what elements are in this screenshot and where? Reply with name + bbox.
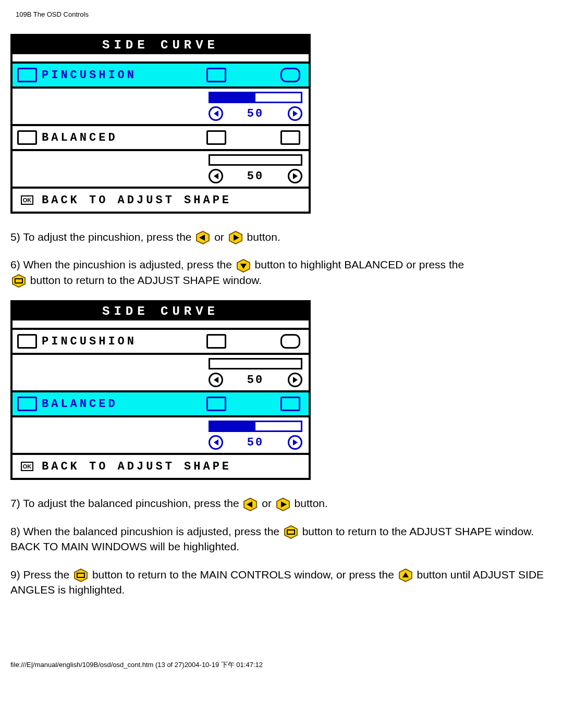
osd-item-balanced[interactable]: BALANCED (13, 392, 309, 417)
ok-button-icon (74, 569, 88, 582)
osd-item-pincushion[interactable]: PINCUSHION (13, 64, 309, 89)
step-5-text-c: button. (247, 231, 280, 243)
pincushion-slider[interactable] (209, 92, 302, 103)
osd-title: SIDE CURVE (13, 302, 309, 320)
balanced-slider[interactable] (209, 154, 302, 166)
page-header: 109B The OSD Controls (16, 10, 553, 18)
osd-item-label: PINCUSHION (42, 335, 206, 348)
svg-marker-12 (285, 526, 297, 538)
step-9-text-a: 9) Press the (10, 569, 72, 581)
step-9-text-b: button to return to the MAIN CONTROLS wi… (92, 569, 397, 581)
step-5: 5) To adjust the pincushion, press the o… (10, 229, 553, 244)
step-7: 7) To adjust the balanced pincushion, pr… (10, 496, 553, 511)
ok-button-icon (11, 274, 26, 288)
down-arrow-button-icon (236, 259, 251, 273)
osd-footer[interactable]: OK BACK TO ADJUST SHAPE (13, 455, 309, 478)
osd-footer[interactable]: OK BACK TO ADJUST SHAPE (13, 189, 309, 212)
step-6: 6) When the pincushion is adjusted, pres… (10, 257, 553, 288)
balanced-slider-area: 50 (13, 417, 309, 455)
pincushion-increase-button[interactable] (288, 106, 302, 121)
page-footer: file:///E|/manual/english/109B/osd/osd_c… (10, 660, 553, 670)
step-9: 9) Press the button to return to the MAI… (10, 567, 553, 598)
pincushion-shape-out-icon (280, 334, 300, 349)
step-6-text-c: button to return to the ADJUST SHAPE win… (30, 274, 262, 286)
osd-spacer (13, 54, 309, 64)
pincushion-shape-in-icon (206, 68, 226, 82)
step-6-text-a: 6) When the pincushion is adjusted, pres… (10, 258, 235, 270)
pincushion-slider-area: 50 (13, 89, 309, 126)
osd-side-curve-1: SIDE CURVE PINCUSHION 50 BALANCED (10, 34, 311, 214)
left-arrow-button-icon (243, 498, 258, 511)
balanced-increase-button[interactable] (288, 435, 302, 450)
left-arrow-button-icon (195, 231, 210, 244)
pincushion-slider-area: 50 (13, 355, 309, 392)
step-5-text-a: 5) To adjust the pincushion, press the (10, 231, 194, 243)
pincushion-icon (13, 334, 42, 349)
pincushion-shape-out-icon (280, 68, 300, 82)
osd-footer-label: BACK TO ADJUST SHAPE (42, 194, 309, 207)
pincushion-decrease-button[interactable] (209, 106, 223, 121)
pincushion-decrease-button[interactable] (209, 373, 223, 387)
osd-item-label: BALANCED (42, 131, 206, 144)
osd-footer-label: BACK TO ADJUST SHAPE (42, 460, 309, 473)
ok-icon: OK (21, 462, 34, 471)
step-7-text-a: 7) To adjust the balanced pincushion, pr… (10, 497, 242, 509)
osd-spacer (13, 320, 309, 330)
pincushion-value: 50 (247, 107, 264, 120)
balanced-shape-left-icon (206, 130, 226, 145)
balanced-shape-left-icon (206, 397, 226, 411)
osd-item-label: PINCUSHION (42, 69, 206, 82)
step-6-text-b: button to highlight BALANCED or press th… (255, 258, 464, 270)
right-arrow-button-icon (228, 231, 243, 244)
ok-icon: OK (21, 195, 34, 205)
balanced-decrease-button[interactable] (209, 435, 223, 450)
osd-title: SIDE CURVE (13, 36, 309, 54)
balanced-shape-right-icon (280, 130, 300, 145)
step-8: 8) When the balanced pincushion is adjus… (10, 524, 553, 554)
step-5-text-b: or (214, 231, 227, 243)
pincushion-slider[interactable] (209, 358, 302, 369)
svg-marker-6 (13, 275, 25, 287)
balanced-value: 50 (247, 436, 264, 449)
right-arrow-button-icon (276, 498, 290, 511)
balanced-icon (13, 397, 42, 411)
up-arrow-button-icon (398, 569, 413, 582)
svg-marker-14 (75, 569, 87, 582)
osd-item-label: BALANCED (42, 398, 206, 411)
balanced-increase-button[interactable] (288, 169, 302, 183)
ok-button-icon (284, 525, 298, 539)
osd-side-curve-2: SIDE CURVE PINCUSHION 50 BALANCED (10, 300, 311, 480)
balanced-slider-area: 50 (13, 151, 309, 189)
osd-item-pincushion[interactable]: PINCUSHION (13, 330, 309, 355)
pincushion-value: 50 (247, 374, 264, 387)
step-7-text-b: or (262, 497, 275, 509)
pincushion-increase-button[interactable] (288, 373, 302, 387)
pincushion-shape-in-icon (206, 334, 226, 349)
balanced-decrease-button[interactable] (209, 169, 223, 183)
balanced-slider[interactable] (209, 421, 302, 432)
balanced-icon (13, 130, 42, 145)
osd-item-balanced[interactable]: BALANCED (13, 126, 309, 151)
balanced-shape-right-icon (280, 397, 300, 411)
step-7-text-c: button. (295, 497, 328, 509)
balanced-value: 50 (247, 170, 264, 183)
pincushion-icon (13, 68, 42, 82)
step-8-text-a: 8) When the balanced pincushion is adjus… (10, 525, 283, 537)
